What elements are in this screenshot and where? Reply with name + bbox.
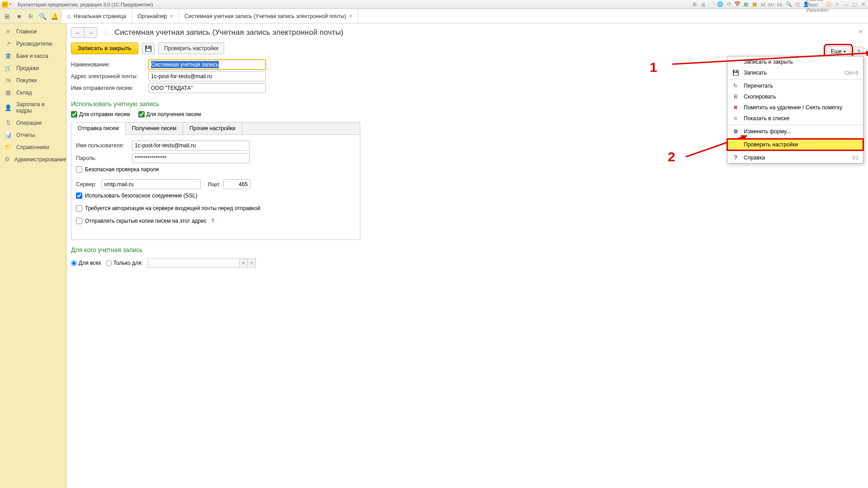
apps-icon[interactable]: ⊞ [2, 11, 13, 22]
menu-reread[interactable]: ↻Перечитать [727, 80, 863, 91]
bcc-checkbox[interactable] [76, 218, 82, 224]
bcc-label: Отправлять скрытые копии писем на этот а… [85, 218, 207, 224]
radio-all[interactable]: Для всех [71, 260, 101, 266]
more-button[interactable]: Еще ▾ [826, 46, 851, 57]
sidebar-item-bank[interactable]: 🏦Банк и касса [0, 50, 66, 62]
info-icon[interactable]: ⓘ [826, 1, 832, 8]
favorite-icon[interactable]: ★ [14, 11, 24, 22]
menu-help[interactable]: ?СправкаF1 [727, 152, 863, 163]
sidebar-item-sales[interactable]: 🛒Продажи [0, 62, 66, 74]
menu-check-settings[interactable]: Проверить настройки [727, 139, 863, 150]
forward-button[interactable]: → [84, 28, 97, 38]
sidebar-item-purchases[interactable]: 🛍Покупки [0, 74, 66, 86]
sidebar-label: Отчеты [16, 132, 35, 138]
help-button[interactable]: ? [854, 47, 863, 57]
info-dropdown-icon[interactable]: ▾ [834, 1, 840, 8]
radio-only-input[interactable] [106, 260, 112, 266]
sidebar-item-admin[interactable]: ⚙Администрирование [0, 153, 66, 165]
menu-save-close[interactable]: Записать и закрыть [727, 56, 863, 67]
search-icon[interactable]: 🔍 [37, 11, 48, 22]
sidebar-item-directories[interactable]: 📁Справочники [0, 141, 66, 153]
sender-input[interactable] [148, 83, 266, 93]
smtp-user-label: Имя пользователя: [76, 142, 129, 149]
grid-icon[interactable]: ▦ [751, 1, 758, 8]
tab-close-icon[interactable]: × [170, 13, 173, 19]
port-input[interactable] [223, 179, 250, 189]
annotation-2: 2 [668, 149, 675, 164]
name-input[interactable]: Системная учетная запись [148, 60, 266, 70]
send-checkbox[interactable] [71, 111, 77, 117]
tab-organizer[interactable]: Органайзер × [132, 9, 179, 23]
bag-icon: 🛍 [5, 77, 12, 84]
star-icon[interactable]: ☆ [101, 28, 111, 38]
close-window-icon[interactable]: ✕ [860, 1, 866, 8]
sidebar-label: Банк и касса [16, 53, 48, 59]
sidebar-item-stock[interactable]: ▦Склад [0, 86, 66, 99]
calendar-icon[interactable]: 📅 [734, 1, 741, 8]
only-for-combo[interactable]: ▾ ↗ [147, 258, 256, 268]
safe-pass-checkbox[interactable] [76, 166, 82, 173]
auth-checkbox[interactable] [76, 205, 82, 211]
m-icon[interactable]: M [760, 1, 766, 8]
gear-icon: ⚙ [732, 128, 739, 135]
menu-copy[interactable]: ⎘Скопировать [727, 91, 863, 102]
save-button[interactable]: 💾 [142, 43, 155, 54]
save-close-button[interactable]: Записать и закрыть [71, 42, 138, 54]
notifications-icon[interactable]: 🔔 [49, 11, 60, 22]
user-name[interactable]: Иванов Иван Иванович [814, 1, 821, 8]
print-icon[interactable]: 🖨 [700, 1, 706, 8]
only-for-input[interactable] [148, 258, 239, 267]
refresh-icon[interactable]: ⟳ [726, 1, 732, 8]
sidebar-label: Операции [16, 120, 42, 126]
sidebar-item-manager[interactable]: ↗Руководителю [0, 38, 66, 50]
smtp-user-input[interactable] [132, 141, 250, 150]
calc-icon[interactable]: ▦ [743, 1, 749, 8]
sidebar-item-operations[interactable]: ⇅Операции [0, 117, 66, 129]
sidebar-item-reports[interactable]: 📊Отчеты [0, 129, 66, 141]
folder-icon: 📁 [5, 144, 12, 150]
tab-home[interactable]: ⌂ Начальная страница [62, 9, 132, 23]
back-button[interactable]: ← [71, 28, 84, 38]
bcc-help-icon[interactable]: ? [211, 218, 214, 224]
tab-send[interactable]: Отправка писем [71, 122, 126, 135]
globe-icon[interactable]: 🌐 [717, 1, 723, 8]
swap-icon: ⇅ [5, 119, 12, 126]
tab-other[interactable]: Прочие настройки [183, 122, 242, 134]
combo-dropdown-icon[interactable]: ▾ [239, 258, 247, 267]
person-icon: 👤 [5, 104, 12, 111]
recv-check[interactable]: Для получения писем [138, 111, 201, 117]
sidebar-item-main[interactable]: ≡Главное [0, 25, 66, 38]
sidebar-item-salary[interactable]: 👤Зарплата и кадры [0, 99, 66, 117]
radio-only[interactable]: Только для: [106, 260, 143, 266]
home-icon: ⌂ [67, 13, 71, 19]
recv-checkbox[interactable] [138, 111, 145, 117]
send-check[interactable]: Для отправки писем [71, 111, 130, 117]
combo-open-icon[interactable]: ↗ [247, 258, 255, 267]
titlebar-icon[interactable]: ⊞ [691, 1, 698, 8]
m-plus-icon[interactable]: M+ [769, 1, 775, 8]
smtp-pass-input[interactable] [132, 153, 250, 163]
maximize-icon[interactable]: ▢ [851, 1, 858, 8]
radio-all-input[interactable] [71, 260, 77, 266]
titlebar-dropdown-icon[interactable]: ▾ [9, 2, 15, 7]
tab-email-account[interactable]: Системная учетная запись (Учетная запись… [179, 9, 358, 23]
history-icon[interactable]: ⎘ [25, 11, 36, 22]
minimize-icon[interactable]: — [843, 1, 849, 8]
doc-icon[interactable]: 📄 [708, 1, 715, 8]
m-minus-icon[interactable]: M- [777, 1, 783, 8]
close-page-icon[interactable]: × [859, 28, 863, 35]
menu-change-form[interactable]: ⚙Изменить форму... [727, 126, 863, 137]
gear-icon: ⚙ [5, 156, 10, 163]
menu-show-list[interactable]: ≡Показать в списке [727, 113, 863, 124]
check-settings-button[interactable]: Проверить настройки [158, 42, 224, 54]
menu-delete-mark[interactable]: ✖Пометить на удаление / Снять пометку [727, 102, 863, 113]
email-input[interactable] [148, 71, 266, 81]
zoom-icon[interactable]: 🔍 [786, 1, 792, 8]
content-header: ← → ☆ Системная учетная запись (Учетная … [66, 23, 868, 42]
server-input[interactable] [101, 179, 201, 189]
menu-save[interactable]: 💾ЗаписатьCtrl+S [727, 67, 863, 78]
tab-close-icon[interactable]: × [349, 13, 353, 19]
panel-icon[interactable]: ◫ [794, 1, 801, 8]
tab-receive[interactable]: Получение писем [126, 122, 183, 134]
ssl-checkbox[interactable] [76, 192, 82, 199]
